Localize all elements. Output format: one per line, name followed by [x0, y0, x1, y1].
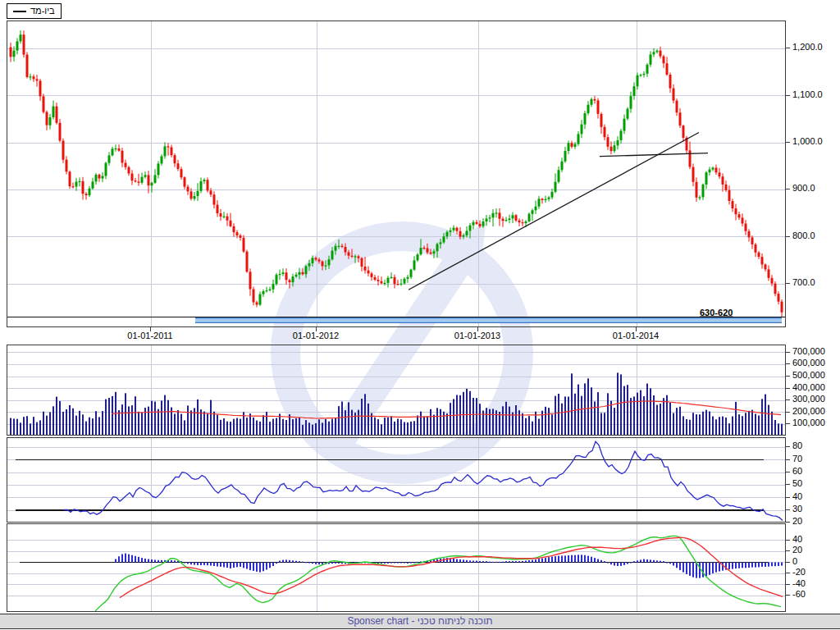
volume-axis-tick-label: 200,000 [792, 406, 825, 416]
macd-axis-tick-label: -20 [792, 567, 806, 577]
macd-panel[interactable] [7, 523, 786, 612]
axis-tick [786, 399, 790, 400]
axis-tick [786, 236, 790, 237]
date-axis-label: 01-01-2012 [293, 331, 339, 340]
axis-tick [786, 412, 790, 413]
date-axis-label: 01-01-2011 [127, 331, 172, 340]
rsi-chart-canvas [7, 438, 785, 522]
price-axis-tick-label: 1,100.0 [792, 89, 823, 99]
price-axis-tick-label: 800.0 [792, 231, 815, 240]
support-zone-band [195, 318, 782, 323]
axis-tick [786, 459, 790, 460]
price-axis-tick-label: 700.0 [792, 277, 815, 287]
axis-tick [786, 95, 790, 96]
macd-axis-tick-label: 40 [792, 534, 802, 544]
macd-axis-tick-label: 20 [792, 545, 802, 555]
axis-tick [786, 472, 790, 472]
date-axis-label: 01-01-2013 [454, 331, 500, 340]
volume-axis-tick-label: 700,000 [792, 346, 825, 356]
axis-tick [786, 352, 790, 353]
price-axis-tick-label: 900.0 [792, 183, 815, 193]
rsi-axis-tick-label: 70 [792, 454, 802, 463]
rsi-axis-tick-label: 50 [792, 478, 802, 488]
macd-chart-canvas [7, 524, 785, 611]
axis-tick [786, 562, 790, 563]
rsi-axis-tick-label: 20 [792, 516, 802, 526]
footer-bar: Sponser chart - תוכנה לניתוח טכני [0, 614, 840, 629]
series-legend: ביו-מד [7, 3, 62, 19]
rsi-axis-tick-label: 40 [792, 491, 802, 501]
axis-tick [786, 388, 790, 389]
axis-tick [786, 484, 790, 485]
price-axis-tick-label: 1,000.0 [792, 136, 823, 146]
volume-axis-tick-label: 500,000 [792, 370, 825, 380]
price-axis-tick-label: 1,200.0 [792, 42, 823, 52]
rsi-axis-tick-label: 30 [792, 504, 802, 514]
axis-tick [786, 573, 790, 573]
volume-chart-canvas [7, 345, 785, 435]
footer-brand-text: Sponser chart - תוכנה לניתוח טכני [347, 615, 492, 627]
axis-tick [786, 48, 790, 48]
macd-axis-tick-label: -60 [792, 589, 806, 599]
volume-axis-tick-label: 600,000 [792, 358, 825, 368]
macd-axis-tick-label: -40 [792, 578, 806, 588]
volume-axis-tick-label: 400,000 [792, 382, 825, 392]
macd-axis-tick-label: 0 [792, 556, 797, 566]
axis-tick [786, 509, 790, 510]
axis-tick [786, 189, 790, 189]
trendline [600, 153, 708, 157]
axis-tick [786, 522, 790, 523]
axis-tick [786, 550, 790, 551]
axis-tick [786, 283, 790, 284]
axis-tick [786, 446, 790, 447]
axis-tick [786, 376, 790, 377]
axis-tick [786, 423, 790, 424]
price-chart-canvas: 630-620 [7, 21, 785, 326]
axis-tick [786, 540, 790, 541]
legend-series-label: ביו-מד [30, 5, 55, 17]
rsi-line [64, 441, 783, 520]
rsi-axis-tick-label: 80 [792, 441, 802, 450]
volume-axis-tick-label: 100,000 [792, 418, 825, 427]
axis-tick [786, 595, 790, 596]
support-zone-label: 630-620 [700, 308, 733, 317]
rsi-panel[interactable] [7, 437, 786, 523]
price-candlestick-panel[interactable]: 630-620 [7, 21, 786, 327]
volume-panel[interactable] [7, 345, 786, 436]
legend-line-icon [13, 11, 26, 12]
rsi-axis-tick-label: 60 [792, 466, 802, 476]
axis-tick [786, 142, 790, 143]
axis-tick [786, 363, 790, 364]
date-axis-label: 01-01-2014 [613, 331, 659, 340]
axis-tick [786, 584, 790, 585]
trendline [409, 133, 699, 290]
volume-axis-tick-label: 300,000 [792, 394, 825, 404]
axis-tick [786, 497, 790, 498]
